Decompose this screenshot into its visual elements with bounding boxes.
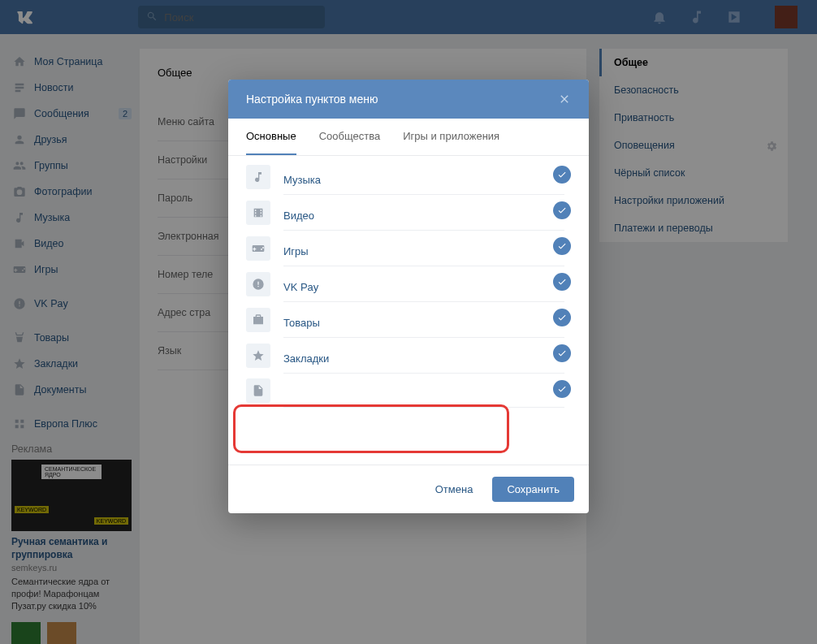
menu-option[interactable]: Товары (228, 302, 589, 338)
close-icon[interactable] (558, 93, 571, 106)
option-icon (246, 344, 270, 368)
menu-option[interactable] (228, 374, 589, 408)
modal-footer: Отмена Сохранить (228, 465, 589, 513)
cancel-button[interactable]: Отмена (422, 477, 486, 502)
option-icon (246, 201, 270, 225)
option-icon (246, 378, 270, 403)
option-toggle[interactable] (553, 309, 571, 326)
option-label: Игры (283, 231, 564, 266)
option-label: Товары (283, 302, 564, 338)
option-icon (246, 236, 270, 261)
option-label: VK Pay (283, 266, 564, 302)
option-label: Закладки (283, 338, 564, 374)
option-icon (246, 272, 270, 296)
option-toggle[interactable] (553, 380, 571, 398)
highlight-annotation (233, 404, 509, 453)
modal-body[interactable]: Музыка Видео Игры VK Pay Товары Закладки (228, 156, 589, 465)
menu-option[interactable]: Видео (228, 195, 589, 231)
modal-tab[interactable]: Основные (246, 119, 296, 155)
option-toggle[interactable] (553, 273, 571, 291)
menu-option[interactable]: Музыка (228, 159, 589, 195)
menu-settings-modal: Настройка пунктов меню ОсновныеСообществ… (228, 80, 589, 513)
option-icon (246, 165, 270, 189)
option-icon (246, 308, 270, 332)
modal-header: Настройка пунктов меню (228, 80, 589, 119)
option-toggle[interactable] (553, 166, 571, 184)
option-toggle[interactable] (553, 237, 571, 255)
save-button[interactable]: Сохранить (492, 477, 574, 502)
option-label: Музыка (283, 159, 564, 195)
option-label (283, 384, 564, 408)
menu-option[interactable]: Закладки (228, 338, 589, 374)
menu-option[interactable]: Игры (228, 231, 589, 266)
option-toggle[interactable] (553, 344, 571, 362)
option-label: Видео (283, 195, 564, 231)
modal-tab[interactable]: Сообщества (319, 119, 381, 155)
modal-tab[interactable]: Игры и приложения (403, 119, 499, 155)
modal-tabs: ОсновныеСообществаИгры и приложения (228, 119, 589, 156)
modal-title: Настройка пунктов меню (246, 93, 378, 106)
option-toggle[interactable] (553, 201, 571, 219)
modal-backdrop[interactable]: Настройка пунктов меню ОсновныеСообществ… (0, 0, 817, 644)
menu-option[interactable]: VK Pay (228, 266, 589, 302)
